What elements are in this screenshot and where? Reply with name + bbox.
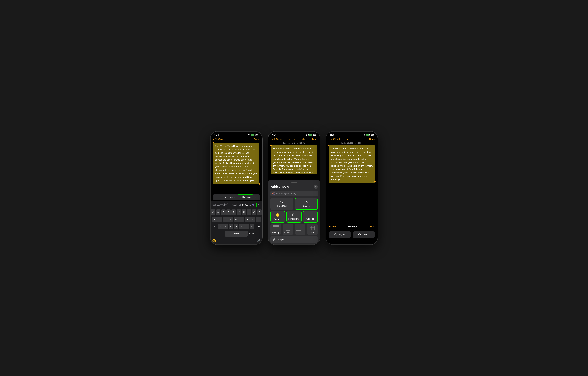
key-l[interactable]: L [256, 217, 261, 222]
content-1: The Writing Tools Rewrite feature can re… [210, 142, 262, 193]
key-u[interactable]: U [242, 209, 246, 215]
key-f[interactable]: F [228, 217, 233, 222]
share-icon-2[interactable] [302, 138, 305, 141]
emoji-button-1[interactable]: 🙂 [212, 239, 216, 243]
share-icon-3[interactable] [360, 138, 363, 141]
dynamic-island-1 [228, 133, 244, 138]
back-button-3[interactable]: ‹ All iCloud [329, 138, 340, 141]
rewrite-btn-3[interactable]: Rewrite [353, 232, 375, 238]
back-label-1[interactable]: All iCloud [215, 138, 224, 141]
done-button-bottom-3[interactable]: Done [369, 225, 374, 228]
writing-tools-sheet-2: Writing Tools ✕ [268, 180, 320, 244]
key-j[interactable]: J [245, 217, 250, 222]
summary-button-2[interactable]: ↓ Summary [270, 224, 281, 235]
compose-button-2[interactable]: Compose › [270, 236, 318, 243]
phone-3: 4:26 ●●●● 100 [326, 131, 378, 245]
professional-button-2[interactable]: Professional [286, 211, 302, 222]
svg-rect-19 [293, 214, 295, 216]
key-r[interactable]: R [226, 209, 231, 215]
aa-icon-1: Aa [213, 203, 216, 206]
key-k[interactable]: K [250, 217, 255, 222]
proofread-button-2[interactable]: Proofread [270, 198, 294, 210]
key-delete[interactable]: ⌫ [255, 224, 262, 229]
key-t[interactable]: T [231, 209, 236, 215]
rewrite-icon-2 [304, 200, 308, 204]
close-sheet-button-2[interactable]: ✕ [314, 185, 318, 189]
proofread-label-1[interactable]: Proofread [232, 204, 241, 206]
text-block-1[interactable]: The Writing Tools Rewrite feature can re… [213, 143, 259, 184]
key-space[interactable]: space [225, 231, 248, 237]
markup-icon-1[interactable] [226, 203, 229, 206]
key-b[interactable]: B [239, 224, 244, 229]
undo-icon-3[interactable]: ↩ [347, 138, 349, 141]
close-keyboard-icon-1[interactable]: ✕ [257, 203, 259, 206]
attach-icon-1[interactable] [223, 203, 226, 206]
key-z[interactable]: Z [218, 224, 223, 229]
describe-input-2[interactable]: Describe your change [270, 190, 318, 197]
redo-icon-2[interactable]: ↪ [293, 138, 295, 141]
more-icon-1[interactable]: ··· [249, 138, 252, 141]
context-writing-tools-1[interactable]: Writing Tools [238, 194, 253, 200]
done-button-2[interactable]: Done [311, 138, 317, 141]
list-icon-1[interactable] [217, 204, 220, 206]
key-i[interactable]: I [247, 209, 251, 215]
key-o[interactable]: O [252, 209, 256, 215]
context-cut-1[interactable]: Cut [213, 195, 220, 200]
done-button-3[interactable]: Done [369, 138, 375, 141]
nav-icons-2: ··· Done [302, 138, 317, 141]
home-indicator-3 [343, 243, 361, 243]
redo-icon-3[interactable]: ↪ [351, 138, 353, 141]
more-icon-3[interactable]: ··· [365, 138, 367, 141]
key-shift[interactable]: ⬆ [211, 224, 217, 229]
key-a[interactable]: A [212, 217, 217, 222]
friendly-button-2[interactable]: 🙂 Friendly [270, 211, 285, 222]
back-button-1[interactable]: ‹ All iCloud [213, 138, 224, 141]
text-block-2[interactable]: The Writing Tools Rewrite feature can re… [271, 145, 317, 174]
key-s[interactable]: S [217, 217, 222, 222]
key-g[interactable]: G [234, 217, 239, 222]
context-paste-1[interactable]: Paste [228, 195, 237, 200]
key-d[interactable]: D [223, 217, 228, 222]
key-m[interactable]: M [250, 224, 254, 229]
table-icon-1[interactable] [220, 204, 223, 206]
status-icons-3: ●●●● 100 [358, 134, 374, 136]
back-button-2[interactable]: ‹ All iCloud [271, 138, 282, 141]
rewrite-button-2[interactable]: Rewrite [295, 198, 318, 210]
context-copy-1[interactable]: Copy [220, 195, 228, 200]
key-y[interactable]: Y [237, 209, 241, 215]
concise-button-2[interactable]: Concise [303, 211, 318, 222]
key-v[interactable]: V [234, 224, 239, 229]
key-return[interactable]: return [249, 231, 255, 237]
key-p[interactable]: P [257, 209, 262, 215]
key-points-button-2[interactable]: ↓ Key Points [283, 224, 294, 235]
key-e[interactable]: E [221, 209, 226, 215]
key-x[interactable]: X [223, 224, 228, 229]
status-icons-2: ●●●● 100 [300, 134, 316, 136]
back-label-2[interactable]: All iCloud [272, 138, 282, 141]
table-button-2[interactable]: Table [307, 224, 318, 235]
more-icon-2[interactable]: ··· [307, 138, 309, 141]
original-icon-3 [334, 233, 337, 236]
list-button-2[interactable]: ↓ List [295, 224, 306, 235]
back-label-3[interactable]: All iCloud [330, 138, 340, 141]
tools-top-grid-2: Proofread Rewrite [270, 198, 318, 210]
context-arrow-1[interactable]: › [254, 194, 258, 200]
wifi-icon-3 [363, 134, 365, 136]
share-icon-1[interactable] [244, 138, 247, 141]
key-n[interactable]: N [244, 224, 249, 229]
rewrite-label-1[interactable]: Rewrite [244, 204, 251, 206]
done-button-1[interactable]: Done [254, 138, 259, 141]
original-button-3[interactable]: Original [329, 232, 351, 238]
svg-rect-6 [217, 206, 220, 206]
key-w[interactable]: W [216, 209, 220, 215]
revert-button-3[interactable]: Revert [329, 225, 336, 228]
undo-icon-2[interactable]: ↩ [289, 138, 291, 141]
mic-button-1[interactable]: 🎤 [256, 239, 261, 243]
text-content-1: The Writing Tools Rewrite feature can re… [215, 145, 257, 182]
text-block-3[interactable]: The Writing Tools Rewrite feature can ma… [329, 145, 375, 183]
key-123[interactable]: 123 [217, 231, 224, 237]
key-q[interactable]: Q [211, 209, 215, 215]
key-h[interactable]: H [239, 217, 244, 222]
friendly-icon-2: 🙂 [276, 213, 280, 217]
key-c[interactable]: C [229, 224, 233, 229]
